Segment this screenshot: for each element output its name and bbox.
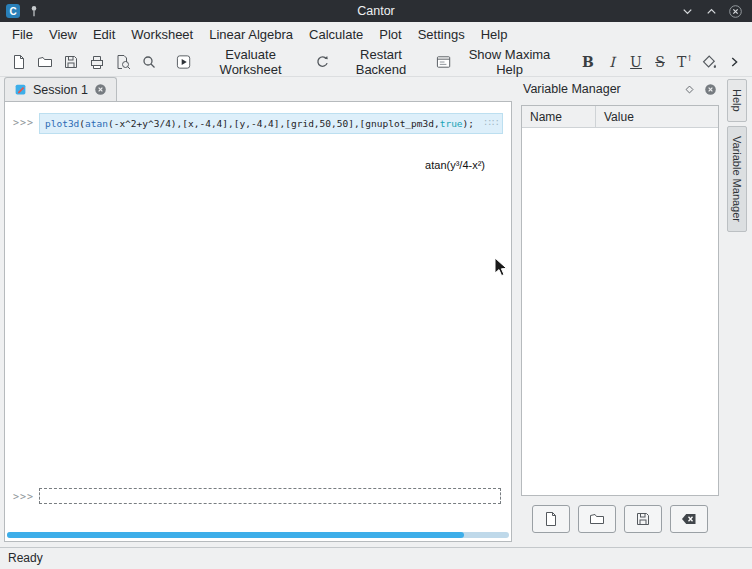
variable-manager-toolbar [518,505,722,535]
menu-item-worksheet[interactable]: Worksheet [123,24,201,45]
show-maxima-help-button[interactable]: Show Maxima Help [431,49,567,75]
chevron-right-icon [727,55,741,69]
variable-manager-title: Variable Manager [523,82,675,96]
menu-item-help[interactable]: Help [473,24,516,45]
print-icon [89,54,105,70]
minimize-icon[interactable] [680,4,695,19]
close-icon[interactable] [728,4,743,19]
maximize-icon[interactable] [704,4,719,19]
italic-icon: I [605,54,619,70]
restart-backend-button[interactable]: Restart Backend [310,49,431,75]
menu-item-edit[interactable]: Edit [85,24,123,45]
column-header-value[interactable]: Value [596,106,642,127]
menu-item-file[interactable]: File [4,24,41,45]
tab-session-1[interactable]: Session 1 [4,77,117,101]
session-icon [14,83,27,96]
titlebar: C Cantor [0,0,752,22]
show-maxima-help-label: Show Maxima Help [457,47,563,77]
underline-button[interactable]: U [624,49,648,75]
variable-manager-panel: Name Value [518,101,722,542]
help-window-icon [436,54,451,70]
pin-icon[interactable] [27,4,41,18]
fill-color-icon [701,54,717,70]
strikethrough-button[interactable]: S [648,49,672,75]
load-variables-button[interactable] [578,505,616,533]
print-preview-button[interactable] [110,49,136,75]
menu-item-linear-algebra[interactable]: Linear Algebra [201,24,301,45]
menu-item-view[interactable]: View [41,24,85,45]
side-tab-variable-manager[interactable]: Variable Manager [727,126,747,232]
search-icon [141,54,157,70]
tab-session-label: Session 1 [33,83,88,97]
scrollbar-thumb[interactable] [7,532,464,538]
print-preview-icon [115,54,131,70]
mouse-cursor [494,257,508,277]
save-icon [635,511,651,527]
horizontal-scrollbar[interactable] [7,532,509,538]
cell-drag-handle[interactable]: ∷∷ [482,117,499,128]
open-folder-icon [589,511,605,527]
print-button[interactable] [84,49,110,75]
superscript-icon: T↑ [677,54,691,70]
empty-command-entry[interactable] [39,488,501,504]
superscript-button[interactable]: T↑ [672,49,696,75]
open-folder-icon [37,54,53,70]
plot-canvas [51,151,521,481]
clear-variables-button[interactable] [670,505,708,533]
new-worksheet-button[interactable] [6,49,32,75]
save-variables-button[interactable] [624,505,662,533]
tab-bar: Session 1 [0,77,514,101]
command-entry[interactable]: plot3d(atan(-x^2+y^3/4),[x,-4,4],[y,-4,4… [39,113,503,134]
save-icon [63,54,79,70]
strikethrough-icon: S [653,54,667,70]
find-button[interactable] [136,49,162,75]
bold-button[interactable]: B [576,49,600,75]
variable-manager-header: Variable Manager [518,77,722,101]
tab-close-icon[interactable] [94,83,107,96]
menu-item-settings[interactable]: Settings [410,24,473,45]
menubar: File View Edit Worksheet Linear Algebra … [0,22,752,47]
open-button[interactable] [32,49,58,75]
save-button[interactable] [58,49,84,75]
menu-item-plot[interactable]: Plot [371,24,409,45]
app-icon: C [6,4,20,18]
new-variable-button[interactable] [532,505,570,533]
worksheet-view[interactable]: >>> plot3d(atan(-x^2+y^3/4),[x,-4,4],[y,… [4,101,512,542]
side-tab-help[interactable]: Help [727,79,747,122]
panel-close-icon[interactable] [704,83,717,96]
status-text: Ready [8,551,43,565]
toolbar: Evaluate Worksheet Restart Backend Show … [0,47,752,77]
variables-table-header: Name Value [522,106,718,128]
menu-item-calculate[interactable]: Calculate [301,24,371,45]
side-panel-strip: Help Variable Manager [727,79,750,545]
plot-title: atan(y³/4-x²) [425,159,485,171]
underline-icon: U [629,54,643,70]
window-title: Cantor [0,4,752,18]
clear-icon [681,511,697,527]
command-prompt: >>> [13,117,34,128]
status-bar: Ready [0,547,752,569]
text-color-button[interactable] [696,49,722,75]
new-document-icon [543,511,559,527]
evaluate-worksheet-label: Evaluate Worksheet [196,47,306,77]
command-text: plot3d(atan(-x^2+y^3/4),[x,-4,4],[y,-4,4… [45,118,474,129]
bold-icon: B [581,54,595,70]
new-document-icon [11,54,27,70]
restart-backend-label: Restart Backend [336,47,427,77]
toolbar-overflow-button[interactable] [722,49,746,75]
run-icon [176,54,191,70]
float-panel-icon[interactable] [683,83,696,96]
column-header-name[interactable]: Name [522,106,596,127]
evaluate-worksheet-button[interactable]: Evaluate Worksheet [171,49,311,75]
italic-button[interactable]: I [600,49,624,75]
restart-icon [315,54,330,70]
empty-command-prompt: >>> [13,491,34,502]
variables-table[interactable]: Name Value [521,105,719,496]
